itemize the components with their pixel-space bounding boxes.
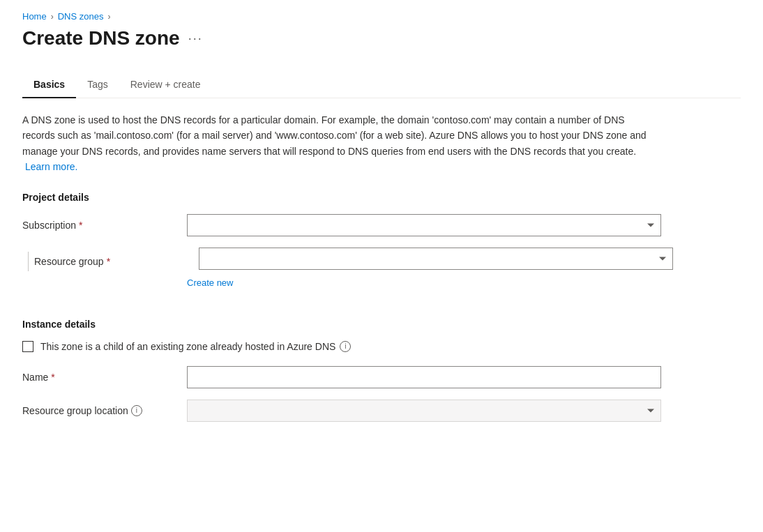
tab-basics[interactable]: Basics [22,72,76,98]
instance-details-section: Instance details This zone is a child of… [22,319,741,422]
project-details-title: Project details [22,192,741,203]
tabs-container: Basics Tags Review + create [22,72,741,98]
tab-review-create[interactable]: Review + create [119,72,212,98]
breadcrumb-sep-2: › [107,12,110,22]
subscription-select[interactable] [187,214,661,236]
description-text: A DNS zone is used to host the DNS recor… [22,112,650,175]
resource-group-location-select-wrapper [187,400,661,422]
name-label: Name * [22,372,176,383]
resource-group-location-control [187,400,661,422]
page-title: Create DNS zone [22,27,180,50]
resource-group-label: Resource group * [34,256,188,267]
subscription-row: Subscription * [22,214,741,236]
breadcrumb-home[interactable]: Home [22,11,47,22]
subscription-control [187,214,661,236]
resource-group-location-select [187,400,661,422]
resource-group-label-area: Resource group * [22,248,188,271]
resource-group-location-label: Resource group location i [22,405,176,416]
child-zone-row: This zone is a child of an existing zone… [22,341,741,352]
learn-more-link[interactable]: Learn more. [25,161,77,172]
instance-details-title: Instance details [22,319,741,330]
resource-group-control [199,248,673,270]
resource-group-location-info-icon[interactable]: i [131,405,142,416]
resource-group-row: Resource group * [22,248,741,271]
subscription-required: * [79,220,82,231]
resource-group-select[interactable] [199,248,673,270]
tab-tags[interactable]: Tags [76,72,119,98]
resource-group-location-row: Resource group location i [22,400,741,422]
page-menu-dots[interactable]: ··· [188,31,203,46]
breadcrumb: Home › DNS zones › [22,11,741,22]
child-zone-info-icon[interactable]: i [340,341,351,352]
subscription-label: Subscription * [22,220,176,231]
name-required: * [51,372,54,383]
resource-group-required: * [107,256,110,267]
create-new-link[interactable]: Create new [187,278,233,288]
create-new-area: Create new [187,277,741,294]
name-control [187,366,661,388]
resource-group-select-wrapper [199,248,673,270]
breadcrumb-dns-zones[interactable]: DNS zones [58,11,104,22]
child-zone-checkbox[interactable] [22,341,33,352]
breadcrumb-sep-1: › [51,12,54,22]
name-row: Name * [22,366,741,388]
resource-group-container: Resource group * Create new [22,248,741,299]
name-input[interactable] [187,366,661,388]
subscription-select-wrapper [187,214,661,236]
project-details-section: Project details Subscription * [22,192,741,299]
child-zone-label: This zone is a child of an existing zone… [40,341,351,352]
page-header: Create DNS zone ··· [22,27,741,50]
